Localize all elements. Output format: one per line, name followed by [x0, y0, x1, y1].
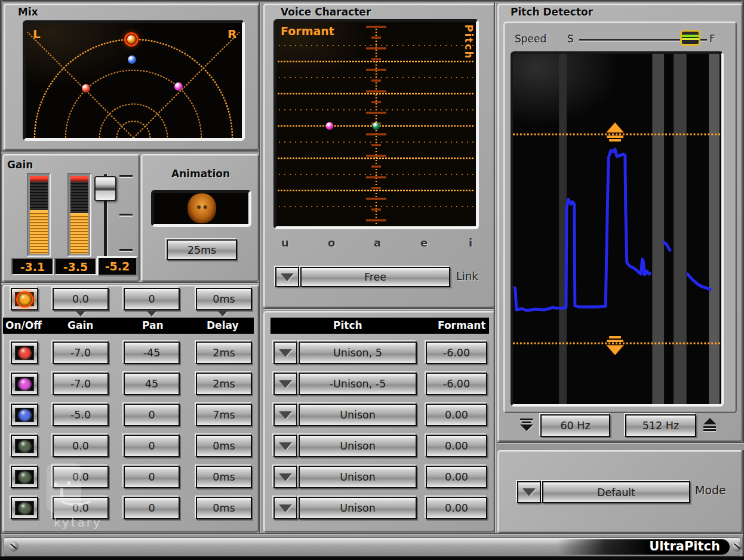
chevron-down-icon — [279, 504, 292, 512]
formant-dot[interactable] — [326, 122, 334, 130]
voice-5-gain-value[interactable]: 0.0 — [53, 466, 109, 488]
mix-dot-voice-1[interactable] — [82, 84, 90, 93]
pitch-dropdown-arrow-2[interactable] — [273, 373, 297, 395]
pitch-dropdown-arrow-4[interactable] — [273, 435, 297, 457]
led-well — [15, 439, 34, 453]
led-well — [15, 292, 34, 306]
pitch-dropdown-value-6[interactable]: Unison — [299, 497, 417, 519]
column-pointer-icon — [76, 311, 85, 316]
meter-fill — [70, 213, 88, 254]
mix-dot-voice-2[interactable] — [174, 82, 183, 91]
formant-value-2[interactable]: -6.00 — [426, 373, 487, 395]
speed-slider-handle[interactable] — [680, 30, 700, 46]
voice-3-delay-value[interactable]: 7ms — [196, 404, 252, 426]
pitch-dropdown-arrow-1[interactable] — [273, 341, 297, 364]
voice-2-gain-value[interactable]: -7.0 — [53, 373, 109, 395]
mix-pan-display[interactable]: L R — [23, 20, 245, 141]
pitch-detector-display[interactable] — [511, 51, 724, 407]
voice-4-onoff-button[interactable] — [11, 435, 38, 457]
high-freq-button[interactable]: 512 Hz — [625, 414, 696, 437]
pitch-dropdown-value-1[interactable]: Unison, 5 — [299, 341, 417, 364]
pitch-dot[interactable] — [373, 122, 380, 130]
divider-mix-gain — [1, 150, 259, 153]
window-edge-bottom — [0, 556, 744, 560]
voice-5-onoff-button[interactable] — [11, 466, 38, 488]
pitch-dropdown-value-5[interactable]: Unison — [299, 466, 417, 488]
pitch-detector-title: Pitch Detector — [511, 6, 593, 18]
pitch-dropdown-arrow-6[interactable] — [273, 497, 297, 519]
ultrapitch-plugin-window: Mix L R Gain -3.1 -3.5 -5.2 Animation 25… — [0, 0, 744, 560]
vowel-a-label: a — [374, 236, 381, 249]
chevron-down-icon — [522, 488, 536, 496]
mode-label: Mode — [695, 484, 726, 497]
mix-dot-voice-3[interactable] — [128, 56, 136, 64]
voice-1-onoff-button[interactable] — [11, 341, 38, 364]
voice-5-pan-value[interactable]: 0 — [124, 466, 180, 488]
formant-value-6[interactable]: 0.00 — [426, 497, 487, 519]
voice-6-onoff-button[interactable] — [11, 497, 38, 519]
window-edge-top — [0, 0, 744, 2]
chevron-down-icon — [279, 380, 292, 388]
link-label: Link — [456, 270, 478, 282]
voice-4-pan-value[interactable]: 0 — [124, 435, 180, 457]
pitch-dropdown-value-2[interactable]: -Unison, -5 — [299, 373, 417, 395]
vowel-u-label: u — [281, 236, 289, 249]
main-voice-onoff-button[interactable] — [11, 288, 38, 310]
vowel-o-label: o — [328, 236, 335, 249]
range-min-icon[interactable] — [519, 418, 534, 433]
link-dropdown-value[interactable]: Free — [300, 267, 450, 287]
voice-3-gain-value[interactable]: -5.0 — [53, 404, 109, 426]
pitch-table-header: Pitch Formant — [270, 318, 489, 334]
main-pan-value[interactable]: 0 — [124, 288, 180, 310]
range-max-icon[interactable] — [702, 418, 718, 433]
pitch-dropdown-arrow-3[interactable] — [273, 404, 297, 426]
gain-fader-handle[interactable] — [94, 176, 116, 201]
voice-6-gain-value[interactable]: 0.0 — [53, 497, 109, 519]
voice-5-led — [18, 471, 32, 484]
gain-readout-left: -3.1 — [11, 258, 54, 275]
fader-tick — [119, 214, 133, 216]
pitch-dropdown-arrow-5[interactable] — [273, 466, 297, 488]
formant-value-1[interactable]: -6.00 — [426, 341, 487, 364]
voice-1-pan-value[interactable]: -45 — [124, 341, 180, 364]
voice-character-display[interactable]: Formant Pitch — [273, 19, 479, 229]
voice-2-onoff-button[interactable] — [11, 373, 38, 395]
voice-5-delay-value[interactable]: 0ms — [196, 466, 252, 488]
mix-dot-main[interactable] — [127, 35, 136, 44]
divider-bottom — [1, 533, 743, 537]
voices-table-header: On/Off Gain Pan Delay — [3, 318, 254, 334]
voice-2-delay-value[interactable]: 2ms — [196, 373, 252, 395]
led-well — [15, 501, 34, 515]
voice-3-pan-value[interactable]: 0 — [124, 404, 180, 426]
pitch-trace-chart — [513, 54, 721, 404]
voice-2-pan-value[interactable]: 45 — [124, 373, 180, 395]
formant-value-4[interactable]: 0.00 — [426, 435, 487, 457]
speed-fast-label: F — [709, 33, 715, 45]
voice-1-gain-value[interactable]: -7.0 — [53, 341, 109, 364]
mode-dropdown-value[interactable]: Default — [542, 481, 690, 503]
voice-character-title: Voice Character — [281, 6, 371, 18]
animation-rate-button[interactable]: 25ms — [167, 239, 237, 260]
vowel-i-label: i — [469, 236, 472, 249]
formant-value-5[interactable]: 0.00 — [426, 466, 487, 488]
chevron-down-icon — [279, 442, 292, 450]
voice-character-dots-layer — [276, 22, 476, 226]
voice-6-delay-value[interactable]: 0ms — [196, 497, 252, 519]
low-freq-button[interactable]: 60 Hz — [540, 414, 610, 437]
pitch-dropdown-value-3[interactable]: Unison — [299, 404, 417, 426]
formant-header: Formant — [438, 319, 485, 331]
gain-readout-right: -3.5 — [54, 258, 97, 275]
mode-dropdown-arrow[interactable] — [517, 481, 541, 503]
voice-3-onoff-button[interactable] — [11, 404, 38, 426]
voice-1-delay-value[interactable]: 2ms — [196, 341, 252, 364]
fader-tick — [119, 175, 133, 177]
pitch-dropdown-value-4[interactable]: Unison — [299, 435, 417, 457]
column-pointer-icon — [147, 311, 156, 316]
voice-4-delay-value[interactable]: 0ms — [196, 435, 252, 457]
main-gain-value[interactable]: 0.0 — [53, 288, 109, 310]
link-dropdown-arrow[interactable] — [275, 267, 299, 287]
formant-value-3[interactable]: 0.00 — [426, 404, 487, 426]
main-delay-value[interactable]: 0ms — [196, 288, 252, 310]
voice-4-gain-value[interactable]: 0.0 — [53, 435, 109, 457]
voice-6-pan-value[interactable]: 0 — [124, 497, 180, 519]
